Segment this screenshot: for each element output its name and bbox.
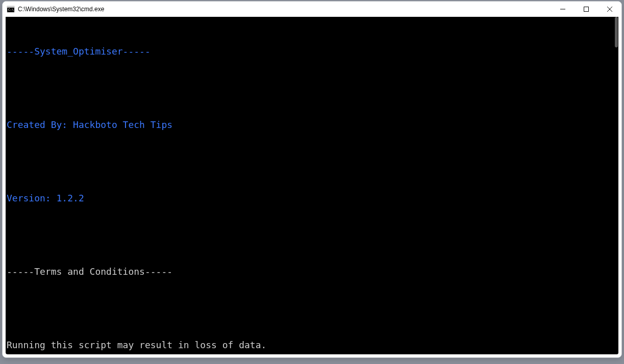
maximize-button[interactable] <box>575 2 598 17</box>
svg-text:C:\: C:\ <box>8 8 14 11</box>
blank-line <box>7 302 618 315</box>
window-title: C:\Windows\System32\cmd.exe <box>18 6 551 13</box>
window-controls <box>551 2 621 17</box>
terminal[interactable]: -----System_Optimiser----- Created By: H… <box>6 17 618 354</box>
cmd-icon: C:\ <box>7 5 15 13</box>
scrollbar[interactable] <box>611 17 618 354</box>
blank-line <box>7 82 618 94</box>
header-created-by: Created By: Hackboto Tech Tips <box>7 119 618 131</box>
header-version: Version: 1.2.2 <box>7 192 618 204</box>
terms-title: -----Terms and Conditions----- <box>7 266 618 278</box>
scrollbar-thumb[interactable] <box>615 17 618 47</box>
svg-rect-4 <box>584 7 589 12</box>
titlebar[interactable]: C:\ C:\Windows\System32\cmd.exe <box>3 2 621 17</box>
terminal-content: -----System_Optimiser----- Created By: H… <box>6 21 618 354</box>
minimize-button[interactable] <box>551 2 575 17</box>
header-title: -----System_Optimiser----- <box>7 45 618 58</box>
blank-line <box>7 155 618 168</box>
app-window: C:\ C:\Windows\System32\cmd.exe -----Sys… <box>2 1 622 358</box>
close-button[interactable] <box>598 2 621 17</box>
blank-line <box>7 229 618 241</box>
terms-line-1: Running this script may result in loss o… <box>7 339 618 351</box>
